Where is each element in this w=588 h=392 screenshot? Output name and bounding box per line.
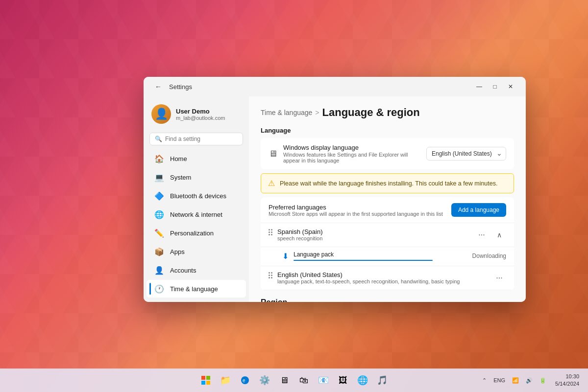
sidebar-item-apps[interactable]: 📦 Apps <box>147 243 246 260</box>
list-item: English (United States) language pack, t… <box>261 266 514 290</box>
user-profile[interactable]: 👤 User Demo m_lab@outlook.com <box>144 100 249 131</box>
file-explorer-taskbar[interactable]: 📁 <box>217 371 234 389</box>
system-icon: 💻 <box>154 172 164 182</box>
main-content: Time & language > Language & region Lang… <box>249 96 526 302</box>
network-icon: 🌐 <box>154 209 164 219</box>
bluetooth-icon: 🔷 <box>154 191 164 201</box>
breadcrumb-current: Language & region <box>322 106 420 119</box>
sidebar-item-label: Personalization <box>170 230 214 237</box>
language-name: English (United States) <box>277 271 488 278</box>
avatar: 👤 <box>151 104 171 124</box>
start-button[interactable] <box>197 371 215 389</box>
collapse-button[interactable]: ∧ <box>492 228 506 242</box>
download-status: Downloading <box>472 253 506 259</box>
svg-rect-3 <box>206 381 210 385</box>
download-icon: ⬇ <box>282 252 289 261</box>
apps-icon: 📦 <box>154 247 164 256</box>
sidebar-item-gaming[interactable]: 🎮 Gaming <box>147 299 246 302</box>
language-desc: language pack, text-to-speech, speech re… <box>277 278 488 284</box>
edge-icon: e <box>241 376 249 385</box>
svg-rect-1 <box>206 376 210 380</box>
title-bar: ← Settings — □ ✕ <box>144 77 526 96</box>
taskbar-center: 📁 e ⚙️ 🖥 🛍 📧 🖼 🌐 🎵 <box>197 371 391 389</box>
music-taskbar[interactable]: 🎵 <box>373 371 391 389</box>
keyboard-indicator[interactable]: ENG <box>490 375 508 385</box>
region-section-title: Region <box>261 298 514 302</box>
search-icon: 🔍 <box>155 136 162 142</box>
sidebar-item-accounts[interactable]: 👤 Accounts <box>147 261 246 279</box>
sidebar-item-bluetooth[interactable]: 🔷 Bluetooth & devices <box>147 187 246 205</box>
breadcrumb: Time & language > Language & region <box>261 106 514 119</box>
svg-text:e: e <box>243 378 245 383</box>
volume-icon[interactable]: 🔊 <box>523 375 536 386</box>
sidebar-item-label: Bluetooth & devices <box>170 192 226 200</box>
sidebar-item-network[interactable]: 🌐 Network & internet <box>147 206 246 223</box>
taskbar-right: ⌃ ENG 📶 🔊 🔋 10:30 5/14/2024 <box>479 372 582 389</box>
time: 10:30 <box>555 373 579 380</box>
tray-chevron[interactable]: ⌃ <box>479 375 490 386</box>
maximize-button[interactable]: □ <box>488 79 502 94</box>
browser-edge-taskbar[interactable]: e <box>236 371 254 389</box>
search-box[interactable]: 🔍 <box>149 133 243 145</box>
more-options-button[interactable]: ··· <box>475 228 489 242</box>
date: 5/14/2024 <box>555 380 579 388</box>
taskbar: 📁 e ⚙️ 🖥 🛍 📧 🖼 🌐 🎵 ⌃ ENG 📶 🔊 🔋 10:30 5/1… <box>0 369 588 392</box>
drag-handle[interactable] <box>269 271 272 278</box>
svg-rect-2 <box>201 381 205 385</box>
chrome-taskbar[interactable]: 🌐 <box>354 371 371 389</box>
settings-window: ← Settings — □ ✕ 👤 User Demo m_lab@outlo… <box>144 77 526 302</box>
download-label: Language pack <box>294 251 467 258</box>
svg-rect-0 <box>201 376 205 380</box>
user-email: m_lab@outlook.com <box>176 115 225 121</box>
display-language-row: 🖥 Windows display language Windows featu… <box>261 138 514 169</box>
network-tray-icon[interactable]: 📶 <box>509 375 522 386</box>
preferred-languages-header: Preferred languages Microsoft Store apps… <box>261 197 514 223</box>
sidebar-item-label: Time & language <box>170 285 218 293</box>
display-language-card: 🖥 Windows display language Windows featu… <box>261 138 514 169</box>
sidebar: 👤 User Demo m_lab@outlook.com 🔍 🏠 Home 💻… <box>144 96 249 302</box>
display-language-select-wrapper[interactable]: English (United States) Spanish (Spain) <box>426 147 506 161</box>
store-taskbar[interactable]: 🛍 <box>295 371 313 389</box>
settings-taskbar[interactable]: ⚙️ <box>256 371 273 389</box>
list-item: Spanish (Spain) speech recognition ··· ∧ <box>261 223 514 247</box>
warning-banner: ⚠ Please wait while the language finishe… <box>261 173 514 193</box>
preferred-languages-subtitle: Microsoft Store apps will appear in the … <box>269 211 451 217</box>
close-button[interactable]: ✕ <box>503 79 518 94</box>
display-language-subtitle: Windows features like Settings and File … <box>283 152 420 163</box>
sidebar-item-time[interactable]: 🕐 Time & language <box>147 280 246 298</box>
mail-taskbar[interactable]: 📧 <box>315 371 332 389</box>
drag-handle[interactable] <box>269 228 272 235</box>
back-button[interactable]: ← <box>151 80 165 93</box>
breadcrumb-parent[interactable]: Time & language <box>261 109 312 116</box>
personalization-icon: ✏️ <box>154 228 164 238</box>
battery-icon[interactable]: 🔋 <box>537 375 549 386</box>
download-progress-bar <box>294 260 433 261</box>
more-options-button[interactable]: ··· <box>492 271 506 285</box>
download-row: ⬇ Language pack Downloading <box>261 247 514 266</box>
windows-logo-icon <box>201 376 210 385</box>
add-language-button[interactable]: Add a language <box>451 203 506 217</box>
display-icon: 🖥 <box>269 149 277 159</box>
sidebar-item-label: Network & internet <box>170 211 222 218</box>
accounts-icon: 👤 <box>154 265 164 275</box>
language-section-title: Language <box>261 127 514 134</box>
language-name: Spanish (Spain) <box>277 228 470 235</box>
system-tray: ⌃ ENG 📶 🔊 🔋 <box>479 375 549 386</box>
terminal-taskbar[interactable]: 🖥 <box>275 371 293 389</box>
preferred-languages-title: Preferred languages <box>269 204 451 211</box>
clock[interactable]: 10:30 5/14/2024 <box>552 372 582 389</box>
preferred-languages-card: Preferred languages Microsoft Store apps… <box>261 197 514 290</box>
minimize-button[interactable]: — <box>472 79 487 94</box>
sidebar-item-label: Apps <box>170 248 185 255</box>
display-language-select[interactable]: English (United States) Spanish (Spain) <box>426 147 506 161</box>
sidebar-item-personalization[interactable]: ✏️ Personalization <box>147 224 246 242</box>
warning-text: Please wait while the language finishes … <box>280 180 497 187</box>
sidebar-item-label: System <box>170 174 191 181</box>
sidebar-item-home[interactable]: 🏠 Home <box>147 150 246 167</box>
photos-taskbar[interactable]: 🖼 <box>334 371 352 389</box>
search-input[interactable] <box>165 136 239 142</box>
breadcrumb-separator: > <box>315 109 319 116</box>
sidebar-item-system[interactable]: 💻 System <box>147 168 246 186</box>
window-controls: — □ ✕ <box>472 79 518 94</box>
window-content: 👤 User Demo m_lab@outlook.com 🔍 🏠 Home 💻… <box>144 96 526 302</box>
